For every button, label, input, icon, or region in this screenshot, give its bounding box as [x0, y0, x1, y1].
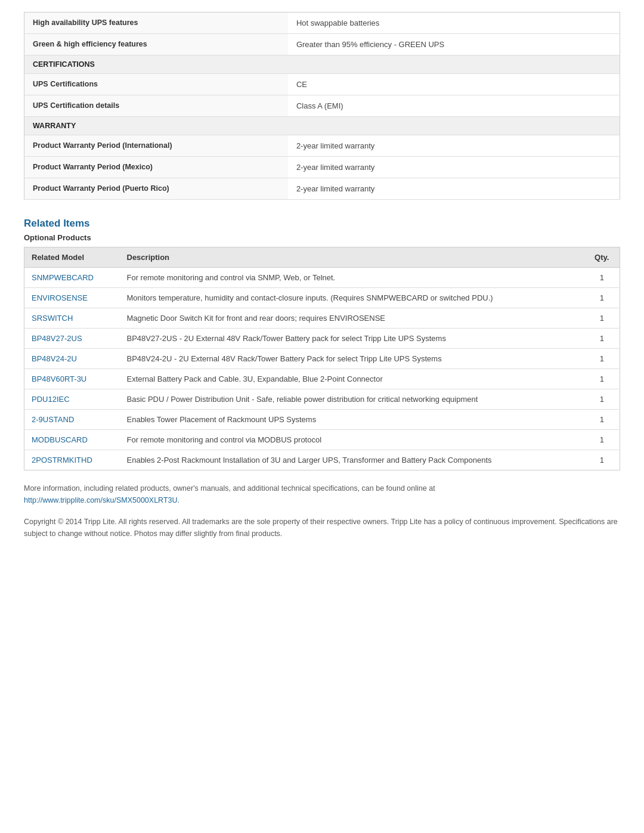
related-qty-cell: 1: [584, 450, 620, 470]
spec-label: Green & high efficiency features: [24, 34, 288, 55]
related-description-cell: External Battery Pack and Cable. 3U, Exp…: [120, 369, 584, 389]
table-row: BP48V60RT-3UExternal Battery Pack and Ca…: [24, 369, 620, 389]
related-model-link[interactable]: BP48V24-2U: [32, 354, 77, 363]
section-header-cell: CERTIFICATIONS: [24, 55, 620, 74]
related-model-cell[interactable]: 2-9USTAND: [24, 410, 120, 430]
copyright-text: Copyright © 2014 Tripp Lite. All rights …: [24, 516, 620, 540]
related-model-link[interactable]: 2POSTRMKITHD: [32, 456, 92, 465]
specs-table: High availability UPS featuresHot swappa…: [24, 12, 620, 200]
related-description-cell: Monitors temperature, humidity and conta…: [120, 288, 584, 308]
col-header-model: Related Model: [24, 247, 120, 268]
table-row: MODBUSCARDFor remote monitoring and cont…: [24, 430, 620, 450]
footer-info-text: More information, including related prod…: [24, 484, 435, 493]
table-row: BP48V27-2USBP48V27-2US - 2U External 48V…: [24, 329, 620, 349]
related-description-cell: BP48V27-2US - 2U External 48V Rack/Tower…: [120, 329, 584, 349]
spec-label: Product Warranty Period (Mexico): [24, 157, 288, 178]
related-items-section: Related Items Optional Products Related …: [24, 218, 620, 470]
spec-value: CE: [288, 74, 620, 95]
related-model-link[interactable]: ENVIROSENSE: [32, 293, 88, 302]
related-model-cell[interactable]: SNMPWEBCARD: [24, 268, 120, 288]
table-row: SNMPWEBCARDFor remote monitoring and con…: [24, 268, 620, 288]
related-description-cell: Magnetic Door Switch Kit for front and r…: [120, 308, 584, 329]
spec-value: 2-year limited warranty: [288, 157, 620, 178]
col-header-description: Description: [120, 247, 584, 268]
related-model-cell[interactable]: PDU12IEC: [24, 389, 120, 410]
related-description-cell: For remote monitoring and control via MO…: [120, 430, 584, 450]
table-row: BP48V24-2UBP48V24-2U - 2U External 48V R…: [24, 349, 620, 369]
section-header-cell: WARRANTY: [24, 117, 620, 135]
related-qty-cell: 1: [584, 308, 620, 329]
related-qty-cell: 1: [584, 268, 620, 288]
related-model-link[interactable]: PDU12IEC: [32, 395, 70, 404]
table-row: Product Warranty Period (International)2…: [24, 135, 620, 157]
related-model-cell[interactable]: BP48V27-2US: [24, 329, 120, 349]
table-row: SRSWITCHMagnetic Door Switch Kit for fro…: [24, 308, 620, 329]
spec-value: 2-year limited warranty: [288, 178, 620, 200]
related-qty-cell: 1: [584, 430, 620, 450]
related-model-link[interactable]: SRSWITCH: [32, 314, 73, 323]
spec-label: High availability UPS features: [24, 13, 288, 34]
table-row: UPS Certification detailsClass A (EMI): [24, 95, 620, 117]
table-row: High availability UPS featuresHot swappa…: [24, 13, 620, 34]
table-row: 2POSTRMKITHDEnables 2-Post Rackmount Ins…: [24, 450, 620, 470]
related-qty-cell: 1: [584, 369, 620, 389]
related-model-link[interactable]: BP48V27-2US: [32, 334, 82, 343]
optional-products-label: Optional Products: [24, 233, 620, 242]
related-model-cell[interactable]: BP48V60RT-3U: [24, 369, 120, 389]
spec-label: UPS Certification details: [24, 95, 288, 117]
spec-value: Hot swappable batteries: [288, 13, 620, 34]
related-description-cell: Basic PDU / Power Distribution Unit - Sa…: [120, 389, 584, 410]
spec-label: Product Warranty Period (Puerto Rico): [24, 178, 288, 200]
related-qty-cell: 1: [584, 410, 620, 430]
related-model-cell[interactable]: MODBUSCARD: [24, 430, 120, 450]
related-model-cell[interactable]: 2POSTRMKITHD: [24, 450, 120, 470]
related-description-cell: For remote monitoring and control via SN…: [120, 268, 584, 288]
footer-info: More information, including related prod…: [24, 482, 620, 506]
related-model-cell[interactable]: SRSWITCH: [24, 308, 120, 329]
table-row: UPS CertificationsCE: [24, 74, 620, 95]
related-qty-cell: 1: [584, 389, 620, 410]
related-items-title: Related Items: [24, 218, 620, 230]
col-header-qty: Qty.: [584, 247, 620, 268]
table-row: PDU12IECBasic PDU / Power Distribution U…: [24, 389, 620, 410]
related-qty-cell: 1: [584, 349, 620, 369]
spec-value: 2-year limited warranty: [288, 135, 620, 157]
table-row: 2-9USTANDEnables Tower Placement of Rack…: [24, 410, 620, 430]
related-model-cell[interactable]: ENVIROSENSE: [24, 288, 120, 308]
related-model-cell[interactable]: BP48V24-2U: [24, 349, 120, 369]
related-model-link[interactable]: 2-9USTAND: [32, 415, 74, 424]
spec-label: UPS Certifications: [24, 74, 288, 95]
table-row: ENVIROSENSEMonitors temperature, humidit…: [24, 288, 620, 308]
spec-label: Product Warranty Period (International): [24, 135, 288, 157]
table-row: Green & high efficiency featuresGreater …: [24, 34, 620, 55]
related-description-cell: Enables 2-Post Rackmount Installation of…: [120, 450, 584, 470]
table-row: Product Warranty Period (Mexico)2-year l…: [24, 157, 620, 178]
footer-url[interactable]: http://www.tripplite.com/sku/SMX5000XLRT…: [24, 496, 179, 504]
table-row: Product Warranty Period (Puerto Rico)2-y…: [24, 178, 620, 200]
related-table: Related Model Description Qty. SNMPWEBCA…: [24, 247, 620, 470]
related-model-link[interactable]: BP48V60RT-3U: [32, 374, 86, 383]
related-qty-cell: 1: [584, 329, 620, 349]
related-model-link[interactable]: MODBUSCARD: [32, 435, 88, 444]
related-model-link[interactable]: SNMPWEBCARD: [32, 273, 94, 282]
related-qty-cell: 1: [584, 288, 620, 308]
related-description-cell: Enables Tower Placement of Rackmount UPS…: [120, 410, 584, 430]
related-description-cell: BP48V24-2U - 2U External 48V Rack/Tower …: [120, 349, 584, 369]
spec-value: Class A (EMI): [288, 95, 620, 117]
spec-value: Greater than 95% efficiency - GREEN UPS: [288, 34, 620, 55]
